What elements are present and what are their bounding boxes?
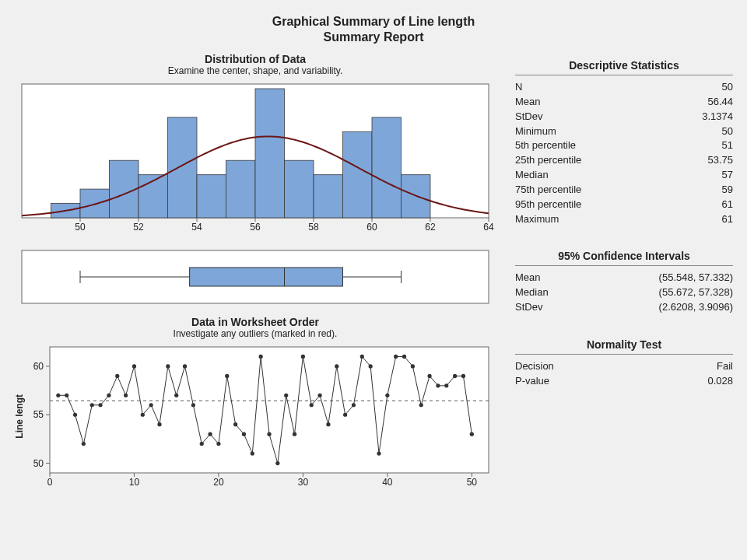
svg-point-93: [360, 355, 364, 359]
svg-point-62: [98, 403, 102, 407]
svg-rect-5: [168, 117, 198, 218]
svg-text:20: 20: [213, 477, 224, 488]
svg-point-66: [132, 364, 136, 368]
stat-val: 57: [722, 168, 733, 183]
stat-val: (2.6208, 3.9096): [659, 300, 733, 315]
stat-key: 5th percentile: [515, 138, 722, 153]
run-chart: 50556001020304050: [28, 342, 495, 490]
stat-row: StDev(2.6208, 3.9096): [515, 300, 733, 315]
svg-text:50: 50: [33, 458, 44, 469]
svg-point-77: [225, 374, 229, 378]
svg-point-82: [267, 432, 271, 436]
svg-rect-35: [190, 268, 343, 286]
stat-val: 56.44: [707, 95, 733, 110]
svg-point-102: [436, 383, 440, 387]
svg-point-76: [216, 442, 220, 446]
stat-val: (55.672, 57.328): [659, 285, 733, 300]
svg-point-73: [191, 403, 195, 407]
stat-row: Median(55.672, 57.328): [515, 285, 733, 300]
stat-val: 0.028: [707, 374, 733, 389]
stat-key: 25th percentile: [515, 153, 707, 168]
divider: [515, 265, 733, 266]
svg-text:56: 56: [250, 222, 261, 233]
stat-row: Minimum50: [515, 124, 733, 139]
divider: [515, 75, 733, 75]
svg-point-92: [352, 403, 356, 407]
svg-point-61: [90, 403, 94, 407]
boxplot-chart: [14, 246, 496, 308]
stat-val: 50: [722, 80, 733, 95]
svg-point-65: [124, 394, 128, 397]
run-ylabel: Line lengt: [14, 394, 25, 439]
stat-row: 75th percentile59: [515, 183, 733, 198]
svg-point-98: [402, 355, 406, 359]
svg-point-67: [141, 413, 145, 417]
svg-point-81: [259, 355, 263, 359]
svg-point-60: [82, 442, 86, 446]
svg-point-72: [183, 364, 187, 368]
stat-val: 59: [722, 183, 733, 198]
svg-rect-9: [285, 160, 314, 218]
svg-text:58: 58: [308, 222, 319, 233]
stat-key: StDev: [515, 110, 702, 124]
svg-text:40: 40: [382, 477, 393, 488]
order-subtitle: Investigate any outliers (marked in red)…: [14, 328, 496, 339]
desc-title: Descriptive Statistics: [515, 59, 733, 72]
stat-val: 61: [722, 198, 733, 212]
svg-text:60: 60: [366, 222, 377, 233]
stat-key: Mean: [515, 95, 707, 110]
stat-key: Decision: [515, 359, 717, 374]
svg-point-95: [377, 451, 381, 455]
stat-row: 5th percentile51: [515, 138, 733, 153]
svg-text:60: 60: [33, 361, 44, 372]
stat-row: Mean(55.548, 57.332): [515, 271, 733, 285]
stat-val: 3.1374: [702, 110, 733, 124]
dist-title: Distribution of Data: [14, 53, 496, 65]
stat-row: StDev3.1374: [515, 110, 733, 124]
svg-point-84: [284, 394, 288, 397]
norm-title: Normality Test: [515, 338, 733, 351]
svg-point-100: [419, 403, 423, 407]
stat-val: 51: [722, 138, 733, 153]
ci-table: Mean(55.548, 57.332)Median(55.672, 57.32…: [515, 271, 733, 315]
normality-table: DecisionFailP-value0.028: [515, 359, 733, 389]
stat-val: (55.548, 57.332): [659, 271, 733, 285]
svg-point-104: [453, 374, 457, 378]
svg-point-94: [369, 364, 373, 368]
stat-row: 25th percentile53.75: [515, 153, 733, 168]
charts-column: Distribution of Data Examine the center,…: [14, 53, 496, 490]
stat-val: 50: [722, 124, 733, 139]
svg-point-71: [174, 394, 178, 397]
svg-text:50: 50: [467, 477, 478, 488]
stat-val: 53.75: [707, 153, 733, 168]
svg-text:54: 54: [191, 222, 202, 233]
svg-text:50: 50: [75, 222, 86, 233]
stat-row: Median57: [515, 168, 733, 183]
svg-text:30: 30: [298, 477, 309, 488]
svg-point-59: [73, 413, 77, 417]
stat-key: P-value: [515, 374, 707, 389]
stat-val: Fail: [717, 359, 733, 374]
svg-point-99: [411, 364, 415, 368]
stat-key: Minimum: [515, 124, 722, 139]
stat-row: Mean56.44: [515, 95, 733, 110]
svg-text:52: 52: [133, 222, 144, 233]
summary-report: Graphical Summary of Line length Summary…: [0, 0, 747, 560]
svg-point-106: [470, 432, 474, 436]
stat-key: Maximum: [515, 212, 722, 227]
svg-point-85: [293, 432, 296, 436]
svg-point-90: [335, 364, 338, 368]
svg-point-74: [200, 442, 204, 446]
svg-rect-11: [343, 131, 373, 218]
svg-rect-12: [372, 117, 402, 218]
order-title: Data in Worksheet Order: [14, 316, 496, 328]
ci-title: 95% Confidence Intervals: [515, 250, 733, 262]
stat-key: Median: [515, 168, 722, 183]
svg-point-89: [326, 422, 330, 426]
dist-subtitle: Examine the center, shape, and variabili…: [14, 65, 496, 76]
svg-point-58: [65, 394, 68, 397]
svg-point-105: [461, 374, 465, 378]
stat-key: StDev: [515, 300, 659, 315]
svg-point-70: [166, 364, 170, 368]
svg-rect-37: [50, 347, 489, 473]
